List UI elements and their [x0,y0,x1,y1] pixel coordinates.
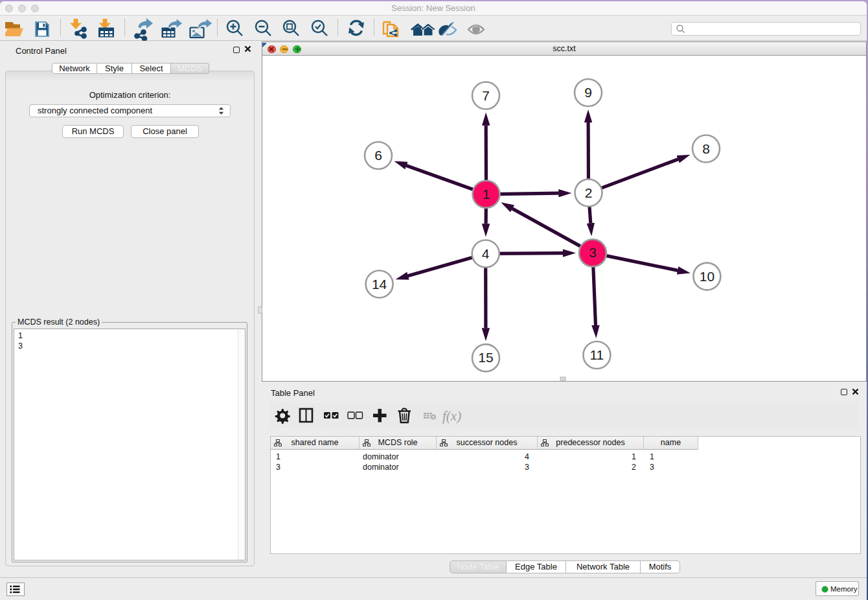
svg-text:4: 4 [482,246,490,261]
svg-text:10: 10 [700,269,714,284]
svg-text:2: 2 [585,185,593,200]
svg-text:3: 3 [589,245,597,260]
svg-text:15: 15 [478,350,493,365]
svg-text:11: 11 [589,347,604,362]
svg-text:8: 8 [702,141,710,156]
svg-text:9: 9 [584,85,592,100]
svg-text:7: 7 [482,88,490,103]
svg-text:1: 1 [483,187,490,202]
svg-text:f(x): f(x) [442,408,461,424]
svg-text:14: 14 [372,277,387,292]
svg-text:6: 6 [374,148,382,163]
